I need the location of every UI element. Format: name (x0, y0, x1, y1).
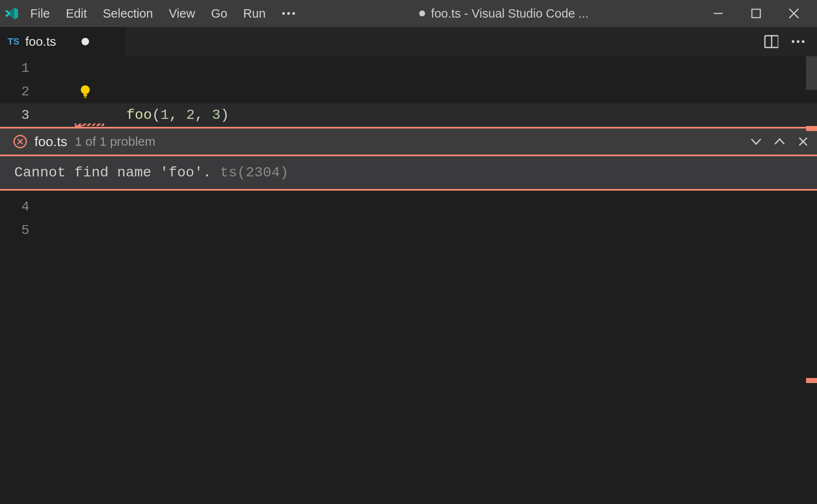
svg-point-9 (792, 40, 794, 43)
problem-peek-widget: foo.ts 1 of 1 problem Cannot find name '… (0, 127, 817, 191)
svg-point-0 (282, 12, 285, 15)
next-problem-icon[interactable] (749, 134, 763, 149)
svg-point-2 (292, 12, 295, 15)
token-number: 2 (186, 107, 194, 123)
problem-message-text: Cannot find name 'foo'. (14, 165, 220, 181)
editor-line[interactable]: 3 foo(1, 2, 3) (0, 103, 817, 127)
menu-go[interactable]: Go (211, 7, 227, 21)
gutter-line-number: 1 (0, 60, 38, 76)
menu-more-icon[interactable] (281, 6, 296, 21)
tab-bar: TS foo.ts (0, 27, 817, 56)
window-controls (712, 7, 817, 20)
svg-rect-4 (752, 9, 760, 18)
editor-line[interactable]: 5 (0, 218, 817, 242)
dirty-indicator-icon (419, 10, 425, 16)
gutter-line-number: 3 (0, 108, 38, 123)
gutter-line-number: 2 (0, 84, 38, 100)
window-title: foo.ts - Visual Studio Code ... (296, 7, 712, 21)
problem-message: Cannot find name 'foo'. ts(2304) (0, 156, 817, 189)
svg-point-10 (797, 40, 799, 43)
prev-problem-icon[interactable] (772, 134, 787, 149)
problem-count: 1 of 1 problem (75, 134, 155, 149)
overview-error-marker[interactable] (806, 378, 817, 383)
close-button[interactable] (788, 7, 800, 20)
editor-line[interactable]: 1 (0, 56, 817, 80)
menu-edit[interactable]: Edit (66, 7, 87, 21)
split-editor-icon[interactable] (764, 34, 778, 49)
problem-file: foo.ts (34, 134, 67, 150)
menu-file[interactable]: File (30, 7, 50, 21)
maximize-button[interactable] (750, 7, 762, 20)
error-icon (13, 135, 27, 148)
menu-run[interactable]: Run (243, 7, 265, 21)
token-number: 3 (212, 107, 220, 123)
menu-view[interactable]: View (169, 7, 195, 21)
menu-bar: File Edit Selection View Go Run (30, 6, 296, 21)
token-function: foo (126, 107, 152, 123)
svg-point-11 (802, 40, 804, 43)
overview-error-marker[interactable] (806, 126, 817, 131)
scrollbar-thumb[interactable] (806, 56, 817, 90)
close-peek-icon[interactable] (796, 134, 810, 149)
gutter-line-number: 5 (0, 223, 38, 238)
minimize-button[interactable] (712, 7, 725, 20)
tab-filename: foo.ts (25, 34, 56, 49)
problem-error-code: ts(2304) (220, 165, 289, 181)
token-number: 1 (160, 107, 169, 123)
code-editor[interactable]: 1 2 3 foo(1, 2, 3) foo.ts 1 of 1 problem (0, 56, 817, 242)
menu-selection[interactable]: Selection (103, 7, 153, 21)
title-bar: File Edit Selection View Go Run foo.ts -… (0, 0, 817, 27)
svg-point-1 (287, 12, 290, 15)
editor-toolbar (764, 27, 817, 56)
typescript-file-icon: TS (8, 36, 19, 47)
editor-line[interactable]: 4 (0, 195, 817, 218)
tab-dirty-indicator-icon (81, 38, 89, 45)
problem-peek-header: foo.ts 1 of 1 problem (0, 129, 817, 156)
more-actions-icon[interactable] (791, 34, 805, 49)
editor-tab[interactable]: TS foo.ts (0, 27, 126, 56)
token-punct: , (195, 107, 212, 123)
token-punct: , (169, 107, 186, 123)
vscode-logo-icon (4, 6, 18, 21)
token-punct: ) (221, 107, 229, 123)
gutter-line-number: 4 (0, 199, 38, 215)
window-title-text: foo.ts - Visual Studio Code ... (431, 7, 588, 21)
token-punct: ( (152, 107, 160, 123)
problem-peek-actions (749, 134, 810, 149)
